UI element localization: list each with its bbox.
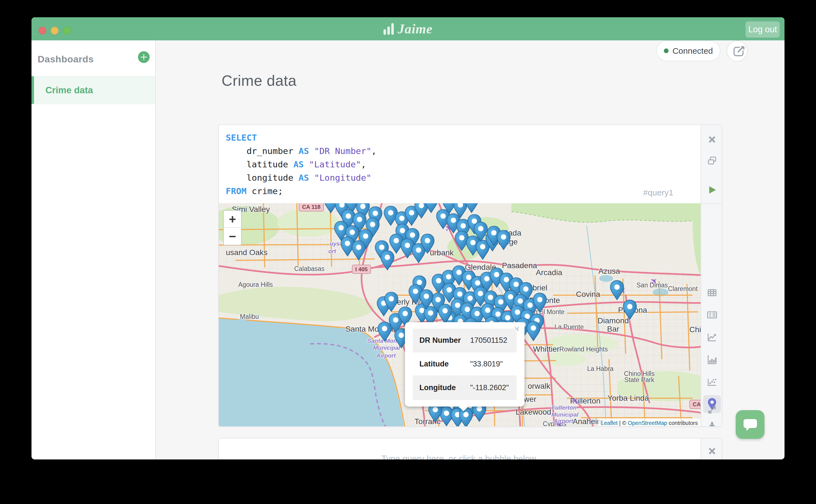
sql-editor[interactable]: SELECT dr_number AS "DR Number", latitud… xyxy=(219,125,701,203)
map-place-label: Lakewood xyxy=(515,408,551,417)
bar-chart-logo-icon xyxy=(383,23,394,35)
map-place-label: Yorba Linda xyxy=(607,394,649,403)
map-place-label: San Gabriel xyxy=(506,283,547,292)
page-title: Crime data xyxy=(222,72,297,89)
route-shield: I 405 xyxy=(352,265,371,274)
map-place-label: La Habra xyxy=(587,365,614,373)
query-card: SELECT dr_number AS "DR Number", latitud… xyxy=(218,124,722,427)
map-place-label: Diamond xyxy=(597,316,629,325)
expand-icon xyxy=(707,405,717,415)
map-place-label: Airport xyxy=(376,352,396,359)
bar-chart-icon xyxy=(707,354,717,365)
popup-row: DR Number170501152 xyxy=(413,329,517,352)
leaflet-link[interactable]: Leaflet xyxy=(601,420,618,426)
view-bar-chart-button[interactable] xyxy=(704,352,720,367)
sidebar-item-label: Crime data xyxy=(45,85,93,96)
close-query-button[interactable] xyxy=(704,132,720,147)
map-attribution: Leaflet | © OpenStreetMap contributors xyxy=(598,419,701,427)
map-place-label: Covina xyxy=(576,290,600,299)
map-place-label: Calabasas xyxy=(294,265,325,273)
desktop: Jaime Log out Dashboards Crime data Crim… xyxy=(0,0,816,504)
toolbar-rail xyxy=(701,125,722,426)
download-icon xyxy=(707,421,717,427)
sidebar-header: Dashboards xyxy=(31,40,155,76)
window-controls xyxy=(38,27,71,35)
expand-map-button[interactable] xyxy=(704,402,720,418)
copy-icon xyxy=(707,156,717,166)
map-place-label: ort xyxy=(328,248,336,255)
id-card-icon xyxy=(707,310,717,320)
active-item-accent xyxy=(31,76,34,104)
share-button[interactable] xyxy=(727,40,748,62)
map-place-label: La Puente xyxy=(554,323,584,331)
map-place-label: Pasadena xyxy=(502,261,537,270)
connection-status-badge: Connected xyxy=(656,40,720,61)
view-cards-button[interactable] xyxy=(704,307,720,323)
query-tag: #query1 xyxy=(643,188,673,197)
map-zoom-control: + − xyxy=(223,210,242,245)
map-place-label: bello xyxy=(524,325,540,334)
map-place-label: Rowland Heights xyxy=(559,346,608,353)
map-place-label: urbank xyxy=(430,248,454,257)
download-results-button[interactable] xyxy=(704,419,720,427)
close-query2-button[interactable] xyxy=(704,443,720,459)
airplane-icon: ✈ xyxy=(616,284,629,297)
query-input[interactable]: Type query here, or click a bubble below… xyxy=(219,439,701,459)
osm-link[interactable]: OpenStreetMap xyxy=(628,420,667,426)
sidebar: Dashboards Crime data xyxy=(31,40,156,459)
map-place-label: Chino xyxy=(689,325,701,334)
scatter-plot-icon xyxy=(707,376,717,387)
map-place-label: Santa Monica xyxy=(345,325,393,334)
titlebar: Jaime Log out xyxy=(31,17,785,40)
map-place-label: uys xyxy=(330,240,340,247)
view-table-button[interactable] xyxy=(704,285,720,300)
map-place-label: El Monte xyxy=(529,296,560,305)
popup-row: Latitude"33.8019" xyxy=(413,352,517,376)
logout-button[interactable]: Log out xyxy=(746,21,780,38)
zoom-out-button[interactable]: − xyxy=(224,228,241,245)
status-dot-icon xyxy=(664,48,669,53)
sql-code: SELECT dr_number AS "DR Number", latitud… xyxy=(226,131,377,198)
map-place-label: Santa Monic xyxy=(367,337,402,344)
map-place-label: Agoura Hills xyxy=(238,281,273,288)
map-place-label: Fullerton xyxy=(551,404,576,411)
map-place-label: Arcadia xyxy=(536,268,562,277)
map-place-label: Pomona xyxy=(618,306,647,315)
route-shield: CA 118 xyxy=(299,203,324,212)
map-place-label: usand Oaks xyxy=(226,248,267,257)
map-place-label: South El Monte xyxy=(520,308,564,316)
map-view[interactable]: Simi Valleyusand OaksAgoura HillsCalabas… xyxy=(219,203,701,427)
duplicate-query-button[interactable] xyxy=(704,153,720,168)
plus-icon xyxy=(140,53,147,61)
sidebar-item-crime-data[interactable]: Crime data xyxy=(31,76,155,104)
chat-button[interactable] xyxy=(736,410,764,439)
share-icon xyxy=(729,41,749,61)
map-place-label: orwalk xyxy=(528,382,550,391)
view-line-chart-button[interactable] xyxy=(704,329,720,345)
close-icon xyxy=(708,135,717,144)
view-scatter-plot-button[interactable] xyxy=(704,374,720,390)
add-dashboard-button[interactable] xyxy=(138,51,150,63)
map-place-label: Torranc xyxy=(414,417,440,426)
run-query-button[interactable] xyxy=(704,182,720,198)
popup-table: DR Number170501152Latitude"33.8019"Longi… xyxy=(413,329,517,400)
zoom-in-button[interactable]: + xyxy=(224,211,241,228)
toolbar-rail-2 xyxy=(701,439,722,459)
minimize-window-icon[interactable] xyxy=(51,27,58,35)
rail-divider xyxy=(701,203,722,204)
airplane-icon: ✈ xyxy=(442,222,455,235)
app-logo-text: Jaime xyxy=(398,21,433,36)
chat-bubble-icon xyxy=(741,416,759,434)
popup-row: Longitude"-118.2602" xyxy=(413,376,517,400)
app-logo: Jaime xyxy=(383,17,433,40)
route-shield: CA 9 xyxy=(690,400,701,409)
new-query-card: Type query here, or click a bubble below… xyxy=(218,438,722,459)
map-place-label: Municipal xyxy=(373,344,400,351)
zoom-window-icon[interactable] xyxy=(63,27,71,35)
map-place-label: verly Hills xyxy=(393,298,426,307)
map-place-label: Whittier xyxy=(533,345,559,354)
map-place-label: wer xyxy=(524,395,536,404)
app-window: Jaime Log out Dashboards Crime data Crim… xyxy=(31,17,785,459)
map-place-label: La Cañada xyxy=(483,229,521,238)
close-window-icon[interactable] xyxy=(38,27,46,35)
